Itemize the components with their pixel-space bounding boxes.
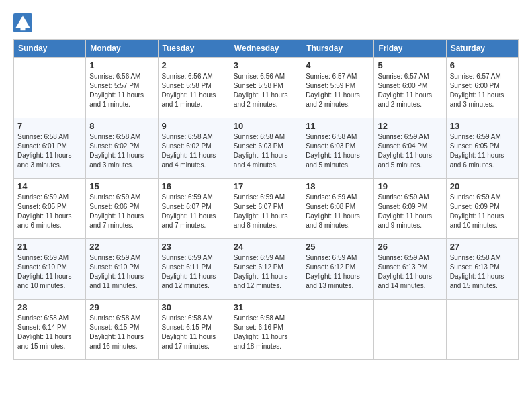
calendar-cell: 1Sunrise: 6:56 AMSunset: 5:57 PMDaylight…	[86, 58, 158, 118]
day-info: Sunrise: 6:59 AMSunset: 6:13 PMDaylight:…	[378, 253, 442, 291]
day-info: Sunrise: 6:56 AMSunset: 5:58 PMDaylight:…	[162, 72, 226, 109]
day-info: Sunrise: 6:58 AMSunset: 6:15 PMDaylight:…	[89, 314, 154, 351]
calendar-week-row: 14Sunrise: 6:59 AMSunset: 6:05 PMDayligh…	[14, 179, 519, 239]
calendar-cell: 19Sunrise: 6:59 AMSunset: 6:09 PMDayligh…	[374, 179, 446, 239]
day-number: 5	[378, 60, 442, 71]
calendar-cell: 5Sunrise: 6:57 AMSunset: 6:00 PMDaylight…	[374, 58, 446, 118]
weekday-header-monday: Monday	[86, 40, 158, 58]
day-info: Sunrise: 6:57 AMSunset: 6:00 PMDaylight:…	[450, 72, 515, 109]
calendar-cell	[446, 300, 518, 360]
weekday-header-friday: Friday	[374, 40, 446, 58]
calendar-cell: 27Sunrise: 6:58 AMSunset: 6:13 PMDayligh…	[446, 239, 518, 300]
day-number: 26	[378, 242, 442, 252]
day-info: Sunrise: 6:58 AMSunset: 6:13 PMDaylight:…	[450, 253, 515, 291]
day-info: Sunrise: 6:59 AMSunset: 6:11 PMDaylight:…	[162, 253, 226, 291]
day-number: 8	[89, 121, 154, 131]
day-number: 28	[17, 302, 82, 312]
day-info: Sunrise: 6:58 AMSunset: 6:03 PMDaylight:…	[306, 132, 370, 170]
day-number: 16	[162, 181, 226, 191]
weekday-header-saturday: Saturday	[446, 40, 518, 58]
day-info: Sunrise: 6:58 AMSunset: 6:16 PMDaylight:…	[234, 314, 298, 351]
calendar-cell: 2Sunrise: 6:56 AMSunset: 5:58 PMDaylight…	[158, 58, 230, 118]
day-info: Sunrise: 6:59 AMSunset: 6:07 PMDaylight:…	[234, 193, 298, 230]
calendar-cell: 15Sunrise: 6:59 AMSunset: 6:06 PMDayligh…	[86, 179, 158, 239]
weekday-header-thursday: Thursday	[302, 40, 374, 58]
calendar-cell: 18Sunrise: 6:59 AMSunset: 6:08 PMDayligh…	[302, 179, 374, 239]
day-info: Sunrise: 6:59 AMSunset: 6:12 PMDaylight:…	[234, 253, 298, 291]
day-number: 30	[162, 302, 226, 312]
calendar-cell: 11Sunrise: 6:58 AMSunset: 6:03 PMDayligh…	[302, 118, 374, 179]
calendar-cell: 22Sunrise: 6:59 AMSunset: 6:10 PMDayligh…	[86, 239, 158, 300]
day-number: 27	[450, 242, 515, 252]
calendar-week-row: 21Sunrise: 6:59 AMSunset: 6:10 PMDayligh…	[14, 239, 519, 300]
weekday-header-tuesday: Tuesday	[158, 40, 230, 58]
weekday-header-sunday: Sunday	[14, 40, 86, 58]
day-info: Sunrise: 6:59 AMSunset: 6:09 PMDaylight:…	[450, 193, 515, 230]
day-number: 2	[162, 60, 226, 71]
calendar-cell: 24Sunrise: 6:59 AMSunset: 6:12 PMDayligh…	[230, 239, 302, 300]
day-info: Sunrise: 6:56 AMSunset: 5:58 PMDaylight:…	[234, 72, 298, 109]
day-number: 7	[17, 121, 82, 131]
calendar-cell: 21Sunrise: 6:59 AMSunset: 6:10 PMDayligh…	[14, 239, 86, 300]
weekday-header-wednesday: Wednesday	[230, 40, 302, 58]
day-info: Sunrise: 6:59 AMSunset: 6:10 PMDaylight:…	[89, 253, 154, 291]
day-info: Sunrise: 6:59 AMSunset: 6:05 PMDaylight:…	[450, 132, 515, 170]
calendar-cell	[14, 58, 86, 118]
day-number: 22	[89, 242, 154, 252]
calendar-cell: 28Sunrise: 6:58 AMSunset: 6:14 PMDayligh…	[14, 300, 86, 360]
calendar-cell: 9Sunrise: 6:58 AMSunset: 6:02 PMDaylight…	[158, 118, 230, 179]
day-info: Sunrise: 6:59 AMSunset: 6:07 PMDaylight:…	[162, 193, 226, 230]
logo	[13, 13, 35, 32]
day-number: 17	[234, 181, 298, 191]
day-number: 24	[234, 242, 298, 252]
day-number: 6	[450, 60, 515, 71]
calendar-cell: 25Sunrise: 6:59 AMSunset: 6:12 PMDayligh…	[302, 239, 374, 300]
calendar-cell: 3Sunrise: 6:56 AMSunset: 5:58 PMDaylight…	[230, 58, 302, 118]
day-number: 31	[234, 302, 298, 312]
calendar-cell: 23Sunrise: 6:59 AMSunset: 6:11 PMDayligh…	[158, 239, 230, 300]
day-info: Sunrise: 6:56 AMSunset: 5:57 PMDaylight:…	[89, 72, 154, 109]
day-number: 23	[162, 242, 226, 252]
day-info: Sunrise: 6:58 AMSunset: 6:15 PMDaylight:…	[162, 314, 226, 351]
day-info: Sunrise: 6:57 AMSunset: 5:59 PMDaylight:…	[306, 72, 370, 109]
day-info: Sunrise: 6:58 AMSunset: 6:03 PMDaylight:…	[234, 132, 298, 170]
calendar-cell: 26Sunrise: 6:59 AMSunset: 6:13 PMDayligh…	[374, 239, 446, 300]
calendar-cell: 20Sunrise: 6:59 AMSunset: 6:09 PMDayligh…	[446, 179, 518, 239]
svg-rect-2	[21, 27, 26, 31]
day-info: Sunrise: 6:59 AMSunset: 6:12 PMDaylight:…	[306, 253, 370, 291]
calendar-cell: 14Sunrise: 6:59 AMSunset: 6:05 PMDayligh…	[14, 179, 86, 239]
calendar-week-row: 7Sunrise: 6:58 AMSunset: 6:01 PMDaylight…	[14, 118, 519, 179]
calendar-cell: 7Sunrise: 6:58 AMSunset: 6:01 PMDaylight…	[14, 118, 86, 179]
day-number: 29	[89, 302, 154, 312]
day-info: Sunrise: 6:59 AMSunset: 6:08 PMDaylight:…	[306, 193, 370, 230]
calendar-cell: 8Sunrise: 6:58 AMSunset: 6:02 PMDaylight…	[86, 118, 158, 179]
day-number: 9	[162, 121, 226, 131]
calendar-week-row: 28Sunrise: 6:58 AMSunset: 6:14 PMDayligh…	[14, 300, 519, 360]
calendar-cell: 4Sunrise: 6:57 AMSunset: 5:59 PMDaylight…	[302, 58, 374, 118]
calendar-week-row: 1Sunrise: 6:56 AMSunset: 5:57 PMDaylight…	[14, 58, 519, 118]
calendar-cell	[374, 300, 446, 360]
calendar-cell: 31Sunrise: 6:58 AMSunset: 6:16 PMDayligh…	[230, 300, 302, 360]
calendar-cell: 10Sunrise: 6:58 AMSunset: 6:03 PMDayligh…	[230, 118, 302, 179]
logo-icon	[13, 13, 32, 32]
calendar-cell: 12Sunrise: 6:59 AMSunset: 6:04 PMDayligh…	[374, 118, 446, 179]
calendar-table: SundayMondayTuesdayWednesdayThursdayFrid…	[13, 39, 519, 360]
calendar-cell	[302, 300, 374, 360]
day-info: Sunrise: 6:58 AMSunset: 6:01 PMDaylight:…	[17, 132, 82, 170]
day-number: 15	[89, 181, 154, 191]
calendar-cell: 13Sunrise: 6:59 AMSunset: 6:05 PMDayligh…	[446, 118, 518, 179]
day-info: Sunrise: 6:58 AMSunset: 6:14 PMDaylight:…	[17, 314, 82, 351]
day-number: 19	[378, 181, 442, 191]
day-info: Sunrise: 6:59 AMSunset: 6:10 PMDaylight:…	[17, 253, 82, 291]
day-number: 10	[234, 121, 298, 131]
calendar-header-row: SundayMondayTuesdayWednesdayThursdayFrid…	[14, 40, 519, 58]
day-number: 13	[450, 121, 515, 131]
day-number: 14	[17, 181, 82, 191]
calendar-cell: 17Sunrise: 6:59 AMSunset: 6:07 PMDayligh…	[230, 179, 302, 239]
day-number: 11	[306, 121, 370, 131]
day-info: Sunrise: 6:58 AMSunset: 6:02 PMDaylight:…	[89, 132, 154, 170]
day-number: 4	[306, 60, 370, 71]
day-info: Sunrise: 6:59 AMSunset: 6:04 PMDaylight:…	[378, 132, 442, 170]
day-info: Sunrise: 6:58 AMSunset: 6:02 PMDaylight:…	[162, 132, 226, 170]
day-number: 21	[17, 242, 82, 252]
